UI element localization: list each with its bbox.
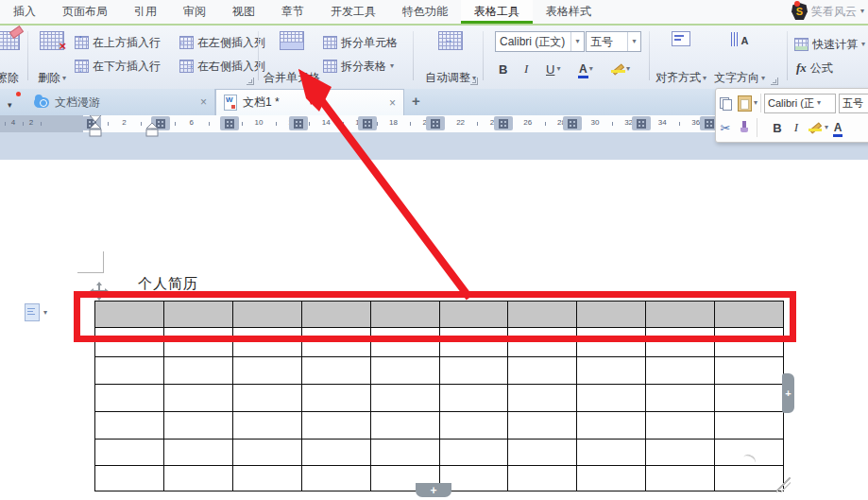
table-cell[interactable] (95, 357, 163, 384)
formula-button[interactable]: fx 公式 (796, 59, 833, 78)
table-cell[interactable] (714, 385, 783, 411)
ribbon-tab-8[interactable]: 特色功能 (389, 0, 461, 24)
doc-tab-roaming[interactable]: 文档漫游 × (26, 89, 215, 115)
table-cell[interactable] (163, 340, 232, 356)
table-cell[interactable] (163, 440, 232, 465)
account-area[interactable]: S 笑看风云 ▾ (791, 3, 864, 20)
tab-list-menu-button[interactable]: ▾ (8, 97, 12, 111)
bold-button[interactable]: B (499, 60, 507, 78)
table-cell[interactable] (232, 440, 301, 465)
table-cell[interactable] (301, 440, 370, 465)
indent-markers-icon[interactable] (89, 115, 102, 137)
ribbon-tab-5[interactable]: 视图 (219, 0, 268, 24)
paste-button[interactable] (735, 94, 754, 112)
table-options-float-button[interactable]: ▾ (25, 303, 47, 321)
table-cell[interactable] (714, 466, 783, 491)
table-cell[interactable] (232, 466, 301, 491)
table-cell[interactable] (714, 412, 783, 439)
table-cell[interactable] (163, 357, 232, 384)
ribbon-tab-7[interactable]: 开发工具 (317, 0, 389, 24)
table-cell[interactable] (439, 357, 508, 384)
dialog-launcher-icon[interactable] (771, 78, 778, 85)
autofit-button[interactable]: ↔ 自动调整▾ (421, 29, 480, 88)
ruler-column-marker[interactable] (289, 116, 308, 130)
cell-alignment-button[interactable]: 对齐方式▾ (654, 29, 708, 88)
font-color-button[interactable]: A ▾ (579, 60, 593, 78)
table-cell[interactable] (163, 412, 232, 439)
delete-button[interactable]: × 删除▾ (31, 29, 73, 88)
ribbon-tab-1[interactable]: 插入 (0, 0, 49, 24)
table-cell[interactable] (507, 440, 576, 465)
chevron-down-icon[interactable]: ▾ (754, 99, 757, 107)
table-bottom-add-row-handle[interactable]: + (416, 483, 451, 497)
table-cell[interactable] (301, 412, 370, 439)
table-cell[interactable] (645, 412, 714, 439)
table-cell[interactable] (645, 440, 714, 465)
table-cell[interactable] (507, 357, 576, 384)
ruler-column-marker[interactable] (358, 116, 377, 130)
underline-button[interactable]: U ▾ (546, 60, 560, 78)
table-cell[interactable] (370, 357, 439, 384)
table-cell[interactable] (507, 340, 576, 356)
table-cell[interactable] (95, 466, 163, 491)
table-cell[interactable] (576, 340, 645, 356)
table-cell[interactable] (370, 412, 439, 439)
table-cell[interactable] (232, 340, 301, 356)
table-cell[interactable] (576, 385, 645, 411)
ruler-column-marker[interactable] (426, 116, 445, 130)
table-cell[interactable] (645, 340, 714, 356)
copy-button[interactable] (716, 94, 735, 112)
highlight-color-button[interactable]: ▾ (612, 60, 630, 78)
insert-col-left-button[interactable]: ← 在左侧插入列 (179, 33, 265, 52)
mini-font-size-combo[interactable]: 五号 (839, 94, 868, 113)
insert-row-above-button[interactable]: ↑ 在上方插入行 (75, 33, 161, 52)
table-cell[interactable] (439, 340, 508, 356)
table-cell[interactable] (576, 466, 645, 491)
new-tab-button[interactable]: + (412, 93, 420, 109)
mini-italic-button[interactable]: I (787, 118, 806, 137)
font-name-combo[interactable]: Calibri (正文) ▾ (495, 31, 585, 52)
table-cell[interactable] (714, 340, 783, 356)
insert-col-right-button[interactable]: → 在右侧插入列 (179, 57, 265, 76)
left-indent-marker-icon[interactable] (145, 123, 159, 137)
table-cell[interactable] (95, 440, 163, 465)
merge-cells-button[interactable]: 合并单元格 (263, 29, 321, 88)
ruler-column-marker[interactable] (494, 116, 513, 130)
font-size-combo[interactable]: 五号 ▾ (586, 31, 641, 52)
table-resize-corner[interactable] (776, 477, 791, 492)
username[interactable]: 笑看风云 (811, 4, 857, 20)
table-cell[interactable] (163, 385, 232, 411)
mini-highlight-button[interactable] (806, 118, 825, 137)
table-cell[interactable] (645, 357, 714, 384)
table-cell[interactable] (232, 412, 301, 439)
table-cell[interactable] (507, 412, 576, 439)
close-icon[interactable]: × (200, 95, 207, 109)
ribbon-tab-2[interactable]: 页面布局 (49, 0, 121, 24)
table-cell[interactable] (439, 385, 508, 411)
table-cell[interactable] (370, 385, 439, 411)
insert-row-below-button[interactable]: ↓ 在下方插入行 (75, 57, 161, 76)
mini-font-name-combo[interactable]: Calibri (正 ▾ (764, 94, 836, 113)
table-cell[interactable] (163, 466, 232, 491)
split-cells-button[interactable]: 拆分单元格 (323, 33, 398, 52)
table-cell[interactable] (95, 412, 163, 439)
table-cell[interactable] (645, 466, 714, 491)
ribbon-tab-9[interactable]: 表格工具 (461, 0, 533, 24)
table-right-add-handle[interactable]: + (782, 373, 794, 413)
table-cell[interactable] (301, 385, 370, 411)
ribbon-tab-3[interactable]: 引用 (121, 0, 170, 24)
table-cell[interactable] (301, 340, 370, 356)
text-direction-button[interactable]: A 文字方向▾ (710, 29, 769, 88)
ribbon-tab-4[interactable]: 审阅 (170, 0, 219, 24)
table-cell[interactable] (232, 385, 301, 411)
table-cell[interactable] (439, 440, 508, 465)
table-cell[interactable] (576, 412, 645, 439)
table-cell[interactable] (576, 440, 645, 465)
ribbon-tab-10[interactable]: 表格样式 (533, 0, 604, 24)
ruler-column-marker[interactable] (220, 116, 239, 130)
table-cell[interactable] (507, 466, 576, 491)
format-painter-button[interactable] (735, 118, 754, 137)
table-cell[interactable] (439, 412, 508, 439)
table-cell[interactable] (645, 385, 714, 411)
quick-calc-button[interactable]: 快速计算 ▾ (794, 35, 865, 54)
